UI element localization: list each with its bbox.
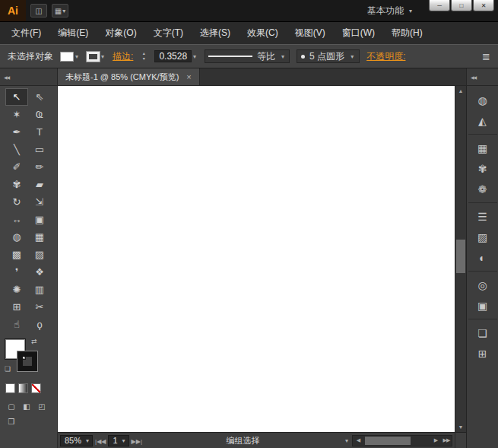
menu-effect[interactable]: 效果(C) [239, 22, 287, 44]
pen-tool[interactable]: ✒ [5, 123, 28, 141]
prev-artboard-button[interactable]: ◀ [101, 438, 106, 445]
paintbrush-tool[interactable]: ✐ [5, 158, 28, 176]
gradient-panel[interactable]: ▨ [472, 227, 493, 246]
tab-close-icon[interactable]: × [186, 72, 191, 81]
slice-tool[interactable]: ✂ [28, 298, 51, 316]
swap-fill-stroke-icon[interactable]: ⇄ [31, 338, 37, 345]
minimize-button[interactable]: ─ [429, 0, 450, 11]
gradient-mode-button[interactable] [18, 383, 28, 393]
eyedropper-tool[interactable]: ❜ [5, 263, 28, 281]
layers-panel[interactable]: ❏ [472, 323, 493, 342]
stroke-color-picker[interactable]: ▾ [87, 49, 106, 63]
last-artboard-button[interactable]: ▶| [136, 438, 142, 445]
zoom-tool[interactable]: ϙ [28, 316, 51, 333]
rotate-tool[interactable]: ↻ [5, 193, 28, 211]
width-profile-combo[interactable]: 等比 ▾ [205, 49, 290, 63]
stepper-up-icon[interactable]: ▴ [140, 51, 147, 56]
transparency-panel[interactable]: ◐ [472, 248, 493, 267]
swatches-panel[interactable]: ▦ [472, 138, 493, 157]
gradient-tool[interactable]: ▨ [28, 246, 51, 263]
scroll-up-icon[interactable]: ▲ [455, 86, 466, 96]
menu-object[interactable]: 对象(O) [97, 22, 144, 44]
mesh-tool[interactable]: ▩ [5, 246, 28, 263]
type-tool[interactable]: T [28, 123, 51, 141]
none-mode-button[interactable] [31, 383, 41, 393]
symbols-panel[interactable]: ❁ [472, 180, 493, 199]
stepper-down-icon[interactable]: ▾ [140, 56, 147, 62]
symbol-sprayer-tool[interactable]: ✺ [5, 281, 28, 298]
blob-brush-tool[interactable]: ✾ [5, 176, 28, 193]
screen-mode-button[interactable]: ❒ [5, 416, 17, 427]
color-mode-button[interactable] [5, 383, 15, 393]
horizontal-scroll-track[interactable] [363, 436, 430, 446]
stroke-panel[interactable]: ☰ [472, 207, 493, 226]
column-graph-tool[interactable]: ▥ [28, 281, 51, 298]
toolbar-collapse-icon[interactable]: ◀◀ [0, 68, 58, 85]
stroke-weight-combo[interactable]: 0.3528 ▾ [154, 49, 198, 63]
vertical-scroll-track[interactable] [455, 96, 466, 422]
document-tab[interactable]: 未标题-1 @ 85% (CMYK/预览) × [58, 68, 200, 85]
color-panel[interactable]: ◍ [472, 91, 493, 110]
stroke-color-swatch[interactable] [87, 52, 100, 62]
magic-wand-tool[interactable]: ✶ [5, 106, 28, 123]
scroll-right-icon[interactable]: ▶ [430, 437, 441, 443]
menu-edit[interactable]: 编辑(E) [49, 22, 97, 44]
stroke-weight-stepper[interactable]: ▴ ▾ [140, 51, 147, 62]
artboard-tool[interactable]: ⊞ [5, 298, 28, 316]
menu-view[interactable]: 视图(V) [287, 22, 334, 44]
shape-builder-tool[interactable]: ◍ [5, 228, 28, 246]
artboard-canvas[interactable] [58, 86, 455, 432]
lasso-tool[interactable]: Ҩ [28, 106, 51, 123]
perspective-grid-tool[interactable]: ▦ [28, 228, 51, 246]
stroke-weight-value[interactable]: 0.3528 [154, 50, 192, 62]
draw-inside-icon[interactable]: ◰ [36, 401, 48, 411]
chevron-down-icon[interactable]: ▾ [193, 53, 196, 60]
control-panel-menu-icon[interactable]: ≣ [482, 51, 490, 62]
fill-color-picker[interactable]: ▾ [60, 49, 80, 63]
line-segment-tool[interactable]: ╲ [5, 141, 28, 158]
menu-help[interactable]: 帮助(H) [383, 22, 431, 44]
menu-window[interactable]: 窗口(W) [334, 22, 383, 44]
menu-file[interactable]: 文件(F) [3, 22, 49, 44]
opacity-panel-link[interactable]: 不透明度: [366, 50, 405, 63]
scroll-down-icon[interactable]: ▼ [455, 422, 466, 432]
maximize-button[interactable]: □ [451, 0, 472, 11]
free-transform-tool[interactable]: ▣ [28, 211, 51, 228]
zoom-level-combo[interactable]: 85% ▾ [60, 435, 93, 446]
scroll-left-icon[interactable]: ◀ [353, 437, 363, 443]
fill-color-swatch[interactable] [60, 52, 74, 62]
rectangle-tool[interactable]: ▭ [28, 141, 51, 158]
dock-collapse-icon[interactable]: ◀◀ [466, 68, 498, 85]
eraser-tool[interactable]: ▰ [28, 176, 51, 193]
menu-select[interactable]: 选择(S) [192, 22, 239, 44]
status-message[interactable]: 编组选择 [144, 435, 341, 446]
chevron-down-icon[interactable]: ▾ [75, 53, 78, 60]
color-guide-panel[interactable]: ◭ [472, 111, 493, 130]
bridge-icon[interactable]: ◫ [30, 4, 47, 17]
scroll-fast-right-icon[interactable]: ▶▶ [441, 437, 452, 443]
artboard-number-combo[interactable]: 1 ▾ [108, 435, 128, 446]
draw-normal-icon[interactable]: ▢ [5, 401, 17, 411]
menu-type[interactable]: 文字(T) [145, 22, 192, 44]
brushes-panel[interactable]: ✾ [472, 159, 493, 178]
hand-tool[interactable]: ☝ [5, 316, 28, 333]
horizontal-scrollbar[interactable]: ◀ ▶ ▶▶ [352, 435, 452, 446]
blend-tool[interactable]: ❖ [28, 263, 51, 281]
default-fill-stroke-icon[interactable]: ❏ [5, 365, 11, 373]
graphic-styles-panel[interactable]: ▣ [472, 296, 493, 315]
width-tool[interactable]: ↔ [5, 211, 28, 228]
appearance-panel[interactable]: ◎ [472, 275, 493, 294]
stroke-swatch[interactable] [17, 351, 37, 371]
pencil-tool[interactable]: ✏ [28, 158, 51, 176]
draw-behind-icon[interactable]: ◧ [21, 401, 33, 411]
close-button[interactable]: ✕ [473, 0, 494, 11]
status-menu-icon[interactable]: ▾ [345, 437, 348, 444]
workspace-switcher[interactable]: 基本功能 ▾ [367, 5, 414, 17]
direct-selection-tool[interactable]: ⇖ [28, 88, 51, 106]
chevron-down-icon[interactable]: ▾ [101, 53, 104, 60]
scale-tool[interactable]: ⇲ [28, 193, 51, 211]
horizontal-scroll-thumb[interactable] [365, 437, 411, 445]
selection-tool[interactable]: ↖ [5, 88, 28, 106]
vertical-scroll-thumb[interactable] [456, 240, 465, 273]
stroke-panel-link[interactable]: 描边: [113, 50, 133, 63]
